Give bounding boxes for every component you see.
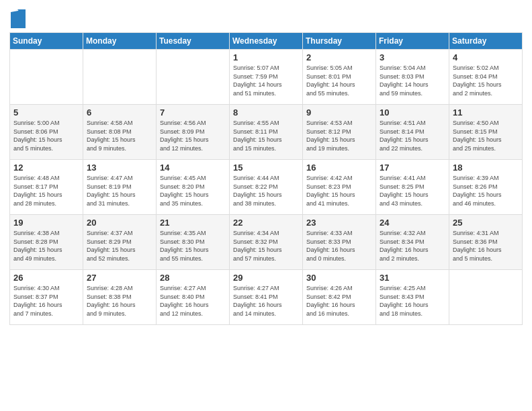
calendar-cell: 26Sunrise: 4:30 AM Sunset: 8:37 PM Dayli… — [10, 270, 83, 325]
day-number: 26 — [13, 273, 79, 283]
cell-info: Sunrise: 4:53 AM Sunset: 8:12 PM Dayligh… — [306, 119, 372, 152]
cell-info: Sunrise: 5:07 AM Sunset: 7:59 PM Dayligh… — [233, 64, 299, 97]
cell-info: Sunrise: 4:27 AM Sunset: 8:40 PM Dayligh… — [160, 284, 226, 318]
calendar-cell: 2Sunrise: 5:05 AM Sunset: 8:01 PM Daylig… — [303, 50, 376, 105]
week-row: 5Sunrise: 5:00 AM Sunset: 8:06 PM Daylig… — [10, 105, 523, 160]
cell-info: Sunrise: 5:00 AM Sunset: 8:06 PM Dayligh… — [13, 119, 79, 152]
day-number: 7 — [160, 107, 226, 118]
day-number: 9 — [306, 107, 372, 118]
day-number: 17 — [380, 163, 445, 173]
calendar-cell: 8Sunrise: 4:55 AM Sunset: 8:11 PM Daylig… — [230, 105, 303, 160]
day-number: 11 — [453, 107, 519, 118]
calendar-cell: 18Sunrise: 4:39 AM Sunset: 8:26 PM Dayli… — [449, 160, 523, 215]
calendar-cell: 27Sunrise: 4:28 AM Sunset: 8:38 PM Dayli… — [83, 270, 157, 325]
logo-icon — [11, 9, 26, 28]
day-number: 22 — [233, 218, 299, 228]
day-number: 13 — [87, 163, 152, 173]
header-cell-tuesday: Tuesday — [157, 33, 230, 50]
day-number: 29 — [233, 273, 299, 283]
cell-info: Sunrise: 4:31 AM Sunset: 8:36 PM Dayligh… — [453, 229, 519, 263]
cell-info: Sunrise: 4:51 AM Sunset: 8:14 PM Dayligh… — [380, 119, 445, 152]
calendar-table: SundayMondayTuesdayWednesdayThursdayFrid… — [9, 32, 523, 325]
calendar-cell: 23Sunrise: 4:33 AM Sunset: 8:33 PM Dayli… — [303, 215, 376, 270]
day-number: 27 — [87, 273, 152, 283]
logo — [9, 9, 26, 28]
calendar-cell: 15Sunrise: 4:44 AM Sunset: 8:22 PM Dayli… — [230, 160, 303, 215]
cell-info: Sunrise: 5:02 AM Sunset: 8:04 PM Dayligh… — [453, 64, 519, 97]
day-number: 5 — [13, 107, 79, 118]
cell-info: Sunrise: 4:27 AM Sunset: 8:41 PM Dayligh… — [233, 284, 299, 318]
cell-info: Sunrise: 5:05 AM Sunset: 8:01 PM Dayligh… — [306, 64, 372, 97]
page: SundayMondayTuesdayWednesdayThursdayFrid… — [0, 0, 532, 334]
calendar-cell: 9Sunrise: 4:53 AM Sunset: 8:12 PM Daylig… — [303, 105, 376, 160]
cell-info: Sunrise: 4:28 AM Sunset: 8:38 PM Dayligh… — [87, 284, 152, 318]
cell-info: Sunrise: 4:30 AM Sunset: 8:37 PM Dayligh… — [13, 284, 79, 318]
cell-info: Sunrise: 4:47 AM Sunset: 8:19 PM Dayligh… — [87, 174, 152, 208]
day-number: 4 — [453, 52, 519, 62]
calendar-cell: 6Sunrise: 4:58 AM Sunset: 8:08 PM Daylig… — [83, 105, 157, 160]
day-number: 15 — [233, 163, 299, 173]
day-number: 12 — [13, 163, 79, 173]
calendar-cell: 28Sunrise: 4:27 AM Sunset: 8:40 PM Dayli… — [157, 270, 230, 325]
cell-info: Sunrise: 4:32 AM Sunset: 8:34 PM Dayligh… — [380, 229, 445, 263]
cell-info: Sunrise: 4:33 AM Sunset: 8:33 PM Dayligh… — [306, 229, 372, 263]
header-row: SundayMondayTuesdayWednesdayThursdayFrid… — [10, 33, 523, 50]
day-number: 16 — [306, 163, 372, 173]
calendar-cell — [83, 50, 157, 105]
cell-info: Sunrise: 4:39 AM Sunset: 8:26 PM Dayligh… — [453, 174, 519, 208]
day-number: 24 — [380, 218, 445, 228]
cell-info: Sunrise: 5:04 AM Sunset: 8:03 PM Dayligh… — [380, 64, 445, 97]
calendar-cell: 3Sunrise: 5:04 AM Sunset: 8:03 PM Daylig… — [376, 50, 449, 105]
calendar-cell: 10Sunrise: 4:51 AM Sunset: 8:14 PM Dayli… — [376, 105, 449, 160]
day-number: 6 — [87, 107, 152, 118]
calendar-cell: 1Sunrise: 5:07 AM Sunset: 7:59 PM Daylig… — [230, 50, 303, 105]
calendar-cell: 16Sunrise: 4:42 AM Sunset: 8:23 PM Dayli… — [303, 160, 376, 215]
week-row: 26Sunrise: 4:30 AM Sunset: 8:37 PM Dayli… — [10, 270, 523, 325]
header-cell-sunday: Sunday — [10, 33, 83, 50]
calendar-cell: 20Sunrise: 4:37 AM Sunset: 8:29 PM Dayli… — [83, 215, 157, 270]
cell-info: Sunrise: 4:50 AM Sunset: 8:15 PM Dayligh… — [453, 119, 519, 152]
day-number: 2 — [306, 52, 372, 62]
cell-info: Sunrise: 4:35 AM Sunset: 8:30 PM Dayligh… — [160, 229, 226, 263]
calendar-body: 1Sunrise: 5:07 AM Sunset: 7:59 PM Daylig… — [10, 50, 523, 325]
calendar-cell: 31Sunrise: 4:25 AM Sunset: 8:43 PM Dayli… — [376, 270, 449, 325]
day-number: 21 — [160, 218, 226, 228]
day-number: 25 — [453, 218, 519, 228]
calendar-cell: 17Sunrise: 4:41 AM Sunset: 8:25 PM Dayli… — [376, 160, 449, 215]
calendar-cell — [10, 50, 83, 105]
calendar-cell: 14Sunrise: 4:45 AM Sunset: 8:20 PM Dayli… — [157, 160, 230, 215]
day-number: 31 — [380, 273, 445, 283]
week-row: 19Sunrise: 4:38 AM Sunset: 8:28 PM Dayli… — [10, 215, 523, 270]
cell-info: Sunrise: 4:42 AM Sunset: 8:23 PM Dayligh… — [306, 174, 372, 208]
day-number: 18 — [453, 163, 519, 173]
day-number: 30 — [306, 273, 372, 283]
day-number: 14 — [160, 163, 226, 173]
calendar-cell: 24Sunrise: 4:32 AM Sunset: 8:34 PM Dayli… — [376, 215, 449, 270]
calendar-cell: 29Sunrise: 4:27 AM Sunset: 8:41 PM Dayli… — [230, 270, 303, 325]
cell-info: Sunrise: 4:41 AM Sunset: 8:25 PM Dayligh… — [380, 174, 445, 208]
day-number: 23 — [306, 218, 372, 228]
week-row: 12Sunrise: 4:48 AM Sunset: 8:17 PM Dayli… — [10, 160, 523, 215]
cell-info: Sunrise: 4:34 AM Sunset: 8:32 PM Dayligh… — [233, 229, 299, 263]
calendar-cell: 7Sunrise: 4:56 AM Sunset: 8:09 PM Daylig… — [157, 105, 230, 160]
day-number: 28 — [160, 273, 226, 283]
header-cell-thursday: Thursday — [303, 33, 376, 50]
day-number: 10 — [380, 107, 445, 118]
calendar-cell: 30Sunrise: 4:26 AM Sunset: 8:42 PM Dayli… — [303, 270, 376, 325]
day-number: 8 — [233, 107, 299, 118]
calendar-cell: 19Sunrise: 4:38 AM Sunset: 8:28 PM Dayli… — [10, 215, 83, 270]
header-cell-monday: Monday — [83, 33, 157, 50]
calendar-cell: 4Sunrise: 5:02 AM Sunset: 8:04 PM Daylig… — [449, 50, 523, 105]
day-number: 3 — [380, 52, 445, 62]
calendar-cell — [157, 50, 230, 105]
cell-info: Sunrise: 4:58 AM Sunset: 8:08 PM Dayligh… — [87, 119, 152, 152]
calendar-cell: 25Sunrise: 4:31 AM Sunset: 8:36 PM Dayli… — [449, 215, 523, 270]
header — [9, 7, 523, 28]
calendar-cell: 22Sunrise: 4:34 AM Sunset: 8:32 PM Dayli… — [230, 215, 303, 270]
cell-info: Sunrise: 4:37 AM Sunset: 8:29 PM Dayligh… — [87, 229, 152, 263]
calendar-cell — [449, 270, 523, 325]
day-number: 20 — [87, 218, 152, 228]
calendar-cell: 11Sunrise: 4:50 AM Sunset: 8:15 PM Dayli… — [449, 105, 523, 160]
week-row: 1Sunrise: 5:07 AM Sunset: 7:59 PM Daylig… — [10, 50, 523, 105]
cell-info: Sunrise: 4:45 AM Sunset: 8:20 PM Dayligh… — [160, 174, 226, 208]
